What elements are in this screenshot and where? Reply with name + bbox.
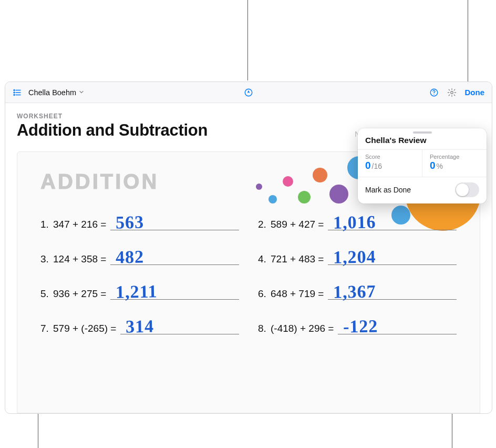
toolbar: Chella Boehm (5, 82, 492, 103)
answer-field[interactable]: 1,016 (328, 230, 457, 230)
handwritten-answer: 1,016 (333, 213, 376, 231)
problem-expression: 936 + 275 = (53, 288, 106, 300)
problem-number: 4. (258, 253, 271, 265)
help-icon[interactable] (427, 86, 441, 99)
svg-point-4 (14, 94, 15, 95)
markup-pen-icon[interactable] (242, 86, 255, 99)
gear-icon[interactable] (445, 86, 459, 99)
answer-field[interactable]: 482 (110, 264, 239, 265)
svg-point-9 (450, 91, 453, 94)
problem-expression: 721 + 483 = (271, 253, 324, 265)
review-panel: Chella's Review Score 0 /16 Percentage 0 (358, 128, 487, 203)
problem-row[interactable]: 4.721 + 483 =1,204 (258, 253, 457, 265)
callout-line-top (247, 0, 248, 80)
problem-expression: 589 + 427 = (271, 219, 324, 230)
done-button[interactable]: Done (463, 88, 487, 97)
worksheet-kicker: WORKSHEET (17, 113, 480, 120)
score-cell[interactable]: Score 0 /16 (358, 150, 422, 177)
answer-field[interactable]: -122 (338, 334, 457, 334)
student-name: Chella Boehm (28, 88, 76, 97)
problem-row[interactable]: 1.347 + 216 =563 (40, 219, 239, 230)
problem-expression: 124 + 358 = (53, 253, 106, 265)
mark-done-toggle[interactable] (455, 182, 479, 197)
score-label: Score (365, 154, 415, 160)
score-value: 0 (365, 160, 371, 171)
answer-field[interactable]: 1,204 (328, 264, 457, 265)
drag-handle[interactable] (413, 131, 432, 134)
problem-row[interactable]: 3.124 + 358 =482 (40, 253, 239, 265)
svg-point-0 (14, 89, 15, 90)
handwritten-answer: 1,204 (333, 248, 376, 266)
percentage-value: 0 (430, 160, 436, 171)
answer-field[interactable]: 563 (110, 230, 239, 230)
app-window: Chella Boehm (5, 82, 492, 414)
percentage-cell[interactable]: Percentage 0 % (422, 150, 487, 177)
problem-row[interactable]: 8.(-418) + 296 =-122 (258, 323, 457, 334)
svg-point-2 (14, 92, 15, 93)
svg-point-8 (433, 94, 434, 94)
problem-row[interactable]: 2.589 + 427 =1,016 (258, 219, 457, 230)
score-total: /16 (372, 162, 382, 170)
handwritten-answer: 314 (126, 318, 154, 336)
answer-field[interactable]: 1,211 (110, 299, 239, 300)
problem-expression: 347 + 216 = (53, 219, 106, 230)
problem-number: 1. (40, 219, 53, 230)
problem-row[interactable]: 5.936 + 275 =1,211 (40, 288, 239, 300)
review-title: Chella's Review (358, 136, 487, 149)
problem-expression: 648 + 719 = (271, 288, 324, 300)
handwritten-answer: -122 (343, 317, 378, 335)
problem-number: 7. (40, 323, 53, 334)
problem-row[interactable]: 6.648 + 719 =1,367 (258, 288, 457, 300)
problem-number: 3. (40, 253, 53, 265)
problem-expression: (-418) + 296 = (271, 323, 334, 334)
handwritten-answer: 1,367 (333, 282, 376, 301)
list-icon[interactable] (11, 86, 24, 99)
content-area: N WORKSHEET Addition and Subtraction ADD… (5, 103, 492, 413)
problems-grid: 1.347 + 216 =5632.589 + 427 =1,0163.124 … (40, 219, 457, 334)
problem-number: 6. (258, 288, 271, 300)
percentage-label: Percentage (430, 154, 479, 160)
answer-field[interactable]: 314 (120, 334, 239, 334)
handwritten-answer: 563 (116, 213, 144, 232)
mark-done-label: Mark as Done (365, 186, 411, 194)
bubble (268, 195, 277, 203)
chevron-down-icon (78, 88, 85, 97)
callout-line-right (468, 0, 468, 94)
problem-row[interactable]: 7.579 + (-265) =314 (40, 323, 239, 334)
problem-number: 8. (258, 323, 271, 334)
student-selector[interactable]: Chella Boehm (28, 88, 85, 97)
problem-number: 2. (258, 219, 271, 230)
problem-expression: 579 + (-265) = (53, 323, 116, 334)
percentage-unit: % (437, 162, 443, 170)
handwritten-answer: 1,211 (116, 282, 158, 301)
answer-field[interactable]: 1,367 (328, 299, 457, 300)
problem-number: 5. (40, 288, 53, 300)
handwritten-answer: 482 (116, 248, 144, 267)
